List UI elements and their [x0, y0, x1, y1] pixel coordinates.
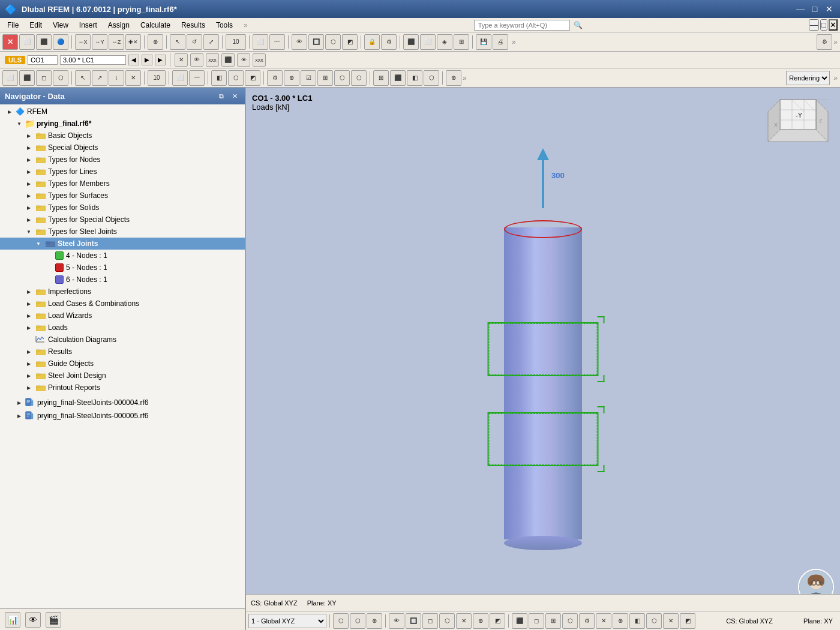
- lc-filter5[interactable]: 👁: [237, 53, 250, 67]
- tree-item-node-4[interactable]: 4 - Nodes : 1: [0, 250, 245, 262]
- tb-btn-1[interactable]: ⬜: [19, 34, 35, 50]
- tb2-3[interactable]: ◻: [36, 70, 52, 86]
- tb2-view1[interactable]: ◧: [211, 70, 227, 86]
- tree-item-imperfections[interactable]: Imperfections: [0, 286, 245, 298]
- tb2-misc7[interactable]: ⊞: [373, 70, 389, 86]
- bt-btn17[interactable]: ⊕: [613, 613, 628, 629]
- misc4[interactable]: ⊞: [454, 34, 469, 50]
- arrow-x-btn[interactable]: ↔X: [75, 34, 91, 50]
- tb2-misc3[interactable]: ☑: [301, 70, 316, 86]
- snap-btn[interactable]: ⊕: [148, 34, 163, 50]
- tree-item-file-2[interactable]: prying_final-SteelJoints-000005.rf6: [0, 409, 245, 422]
- minimize-panel-button[interactable]: —: [809, 19, 819, 31]
- menu-calculate[interactable]: Calculate: [136, 20, 175, 31]
- tree-item-results[interactable]: Results: [0, 346, 245, 358]
- tb2-rect[interactable]: ⬜: [172, 70, 188, 86]
- lc-filter4[interactable]: ⬛: [221, 53, 235, 67]
- nav-view-btn[interactable]: 👁: [25, 612, 41, 628]
- bt-btn3[interactable]: ⊕: [367, 613, 382, 629]
- tree-item-calc-diagrams[interactable]: Calculation Diagrams: [0, 334, 245, 346]
- tree-item-types-nodes[interactable]: Types for Nodes: [0, 154, 245, 166]
- bt-btn4[interactable]: 👁: [389, 613, 404, 629]
- tb2-misc2[interactable]: ⊕: [284, 70, 299, 86]
- arrow-y-btn[interactable]: ↔Y: [92, 34, 107, 50]
- bt-btn10[interactable]: ◩: [490, 613, 505, 629]
- bt-btn18[interactable]: ◧: [629, 613, 645, 629]
- tb2-view2[interactable]: ⬡: [228, 70, 244, 86]
- search-input[interactable]: [474, 20, 570, 31]
- tb2-shape[interactable]: 10: [148, 70, 166, 86]
- bt-btn1[interactable]: ⬡: [333, 613, 349, 629]
- tree-item-load-cases[interactable]: Load Cases & Combinations: [0, 298, 245, 310]
- lc-next-btn[interactable]: ▶: [155, 55, 166, 65]
- tree-item-load-wizards[interactable]: Load Wizards: [0, 310, 245, 322]
- bt-btn2[interactable]: ⬡: [350, 613, 365, 629]
- render-style-select[interactable]: Rendering: [786, 71, 830, 85]
- bt-btn14[interactable]: ⬡: [562, 613, 578, 629]
- tb2-wave[interactable]: 〰: [189, 70, 205, 86]
- lc-filter3[interactable]: xxx: [206, 53, 219, 67]
- bt-btn19[interactable]: ⬡: [646, 613, 662, 629]
- tree-item-types-lines[interactable]: Types for Lines: [0, 166, 245, 178]
- coord-system-select[interactable]: 1 - Global XYZ: [248, 614, 326, 628]
- tb2-misc8[interactable]: ⬛: [390, 70, 406, 86]
- bt-btn5[interactable]: 🔲: [406, 613, 421, 629]
- bt-btn6[interactable]: ◻: [422, 613, 438, 629]
- tree-item-types-special[interactable]: Types for Special Objects: [0, 214, 245, 226]
- tb2-misc9[interactable]: ◧: [407, 70, 422, 86]
- misc1[interactable]: ⬛: [403, 34, 419, 50]
- bt-btn16[interactable]: ✕: [596, 613, 611, 629]
- arrow-z-btn[interactable]: ↔Z: [109, 34, 124, 50]
- menu-view[interactable]: View: [48, 20, 73, 31]
- tree-item-printout-reports[interactable]: Printout Reports: [0, 382, 245, 394]
- print-btn[interactable]: 🖨: [493, 34, 508, 50]
- bt-btn9[interactable]: ⊕: [473, 613, 488, 629]
- lock-btn[interactable]: 🔒: [364, 34, 380, 50]
- tb2-4[interactable]: ⬡: [53, 70, 68, 86]
- bt-btn21[interactable]: ◩: [680, 613, 695, 629]
- menu-insert[interactable]: Insert: [74, 20, 102, 31]
- lc-multiplier-input[interactable]: [60, 55, 126, 65]
- tb2-6[interactable]: ↗: [92, 70, 107, 86]
- menu-edit[interactable]: Edit: [25, 20, 47, 31]
- menu-results[interactable]: Results: [176, 20, 210, 31]
- tb2-5[interactable]: ↖: [75, 70, 91, 86]
- bt-btn15[interactable]: ⚙: [579, 613, 595, 629]
- bt-btn13[interactable]: ⊞: [545, 613, 561, 629]
- tb2-misc10[interactable]: ⬡: [424, 70, 439, 86]
- bt-btn20[interactable]: ✕: [663, 613, 679, 629]
- minimize-button[interactable]: —: [794, 3, 806, 15]
- misc2[interactable]: ⬜: [420, 34, 436, 50]
- toolbar-end-btn[interactable]: ⚙: [817, 34, 832, 50]
- lc-filter1[interactable]: ✕: [175, 53, 188, 67]
- cancel-btn[interactable]: ✕: [2, 34, 18, 50]
- tb2-misc4[interactable]: ⊞: [317, 70, 333, 86]
- tree-item-node-5[interactable]: 5 - Nodes : 1: [0, 262, 245, 274]
- tb2-7[interactable]: ↕: [109, 70, 124, 86]
- bt-btn8[interactable]: ✕: [456, 613, 472, 629]
- tree-item-rfem[interactable]: 🔷 RFEM: [0, 106, 245, 118]
- menu-assign[interactable]: Assign: [103, 20, 134, 31]
- view-btn-3[interactable]: ⬡: [325, 34, 341, 50]
- nav-result-btn[interactable]: 🎬: [46, 612, 61, 628]
- misc3[interactable]: ◈: [437, 34, 452, 50]
- tb2-misc6[interactable]: ⬡: [351, 70, 367, 86]
- tree-item-loads[interactable]: Loads: [0, 322, 245, 334]
- tree-item-types-members[interactable]: Types for Members: [0, 178, 245, 190]
- bt-btn12[interactable]: ◻: [529, 613, 544, 629]
- restore-panel-button[interactable]: □: [820, 19, 827, 31]
- cross-btn[interactable]: ✚✕: [125, 34, 141, 50]
- tb2-1[interactable]: ⬜: [2, 70, 18, 86]
- tb2-view3[interactable]: ◩: [245, 70, 260, 86]
- rotate-btn[interactable]: ↺: [187, 34, 202, 50]
- save-btn[interactable]: 💾: [476, 34, 491, 50]
- tree-item-project[interactable]: 📁 prying_final.rf6*: [0, 118, 245, 130]
- viewport-main[interactable]: CO1 - 3.00 * LC1 Loads [kN]: [246, 88, 840, 611]
- tb2-misc1[interactable]: ⚙: [267, 70, 283, 86]
- tree-item-node-6[interactable]: 6 - Nodes : 1: [0, 274, 245, 286]
- close-button[interactable]: ✕: [823, 3, 835, 15]
- tb2-misc5[interactable]: ⬡: [334, 70, 350, 86]
- view-btn-4[interactable]: ◩: [342, 34, 358, 50]
- view-btn-2[interactable]: 🔲: [308, 34, 324, 50]
- view-btn-1[interactable]: 👁: [292, 34, 307, 50]
